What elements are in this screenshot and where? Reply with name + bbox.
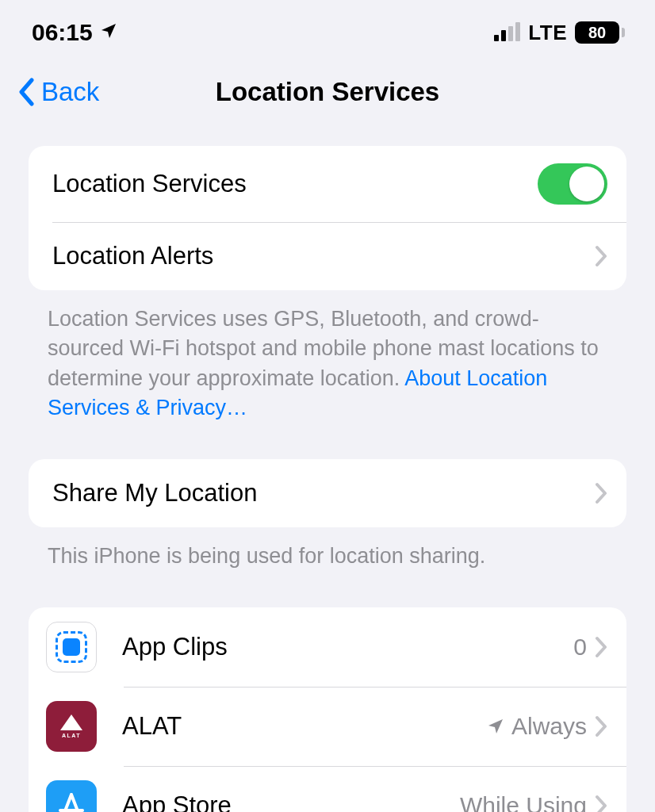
page-title: Location Services [216,77,439,107]
chevron-right-icon [595,715,607,737]
app-row-app-clips[interactable]: App Clips 0 [29,607,626,687]
app-value: Always [486,713,587,740]
app-value: 0 [573,634,587,661]
status-bar: 06:15 LTE 80 [0,0,655,54]
share-location-footer: This iPhone is being used for location s… [48,542,607,571]
chevron-right-icon [595,245,607,267]
app-clips-icon [46,622,97,672]
app-permissions-group: App Clips 0 ALAT ALAT Always [29,607,626,812]
app-name: App Clips [122,633,573,661]
location-alerts-label: Location Alerts [52,242,595,270]
battery-percent: 80 [588,24,606,42]
chevron-right-icon [595,482,607,504]
app-name: ALAT [122,712,486,741]
location-arrow-icon [99,19,118,46]
share-location-group: Share My Location [29,459,626,527]
location-arrow-icon [486,717,505,736]
location-services-label: Location Services [52,170,538,198]
cellular-signal-icon [494,24,520,41]
network-type: LTE [528,21,567,45]
location-settings-group: Location Services Location Alerts [29,146,626,290]
app-row-app-store[interactable]: App Store While Using [29,766,626,812]
location-services-row[interactable]: Location Services [29,146,626,222]
clock: 06:15 [32,19,93,46]
share-my-location-row[interactable]: Share My Location [29,459,626,527]
location-alerts-row[interactable]: Location Alerts [29,222,626,290]
chevron-right-icon [595,636,607,658]
chevron-right-icon [595,795,607,812]
app-name: App Store [122,791,460,812]
nav-header: Back Location Services [0,60,655,124]
battery-icon: 80 [575,21,625,44]
share-my-location-label: Share My Location [52,479,595,508]
back-label: Back [41,77,99,107]
app-store-icon [46,780,97,812]
back-button[interactable]: Back [17,77,99,107]
app-row-alat[interactable]: ALAT ALAT Always [29,687,626,766]
alat-icon: ALAT [46,701,97,752]
location-services-footer: Location Services uses GPS, Bluetooth, a… [48,304,607,423]
chevron-left-icon [17,78,35,106]
app-value: While Using [460,792,587,812]
status-right: LTE 80 [494,21,625,45]
location-services-toggle[interactable] [538,163,607,205]
status-left: 06:15 [32,19,118,46]
